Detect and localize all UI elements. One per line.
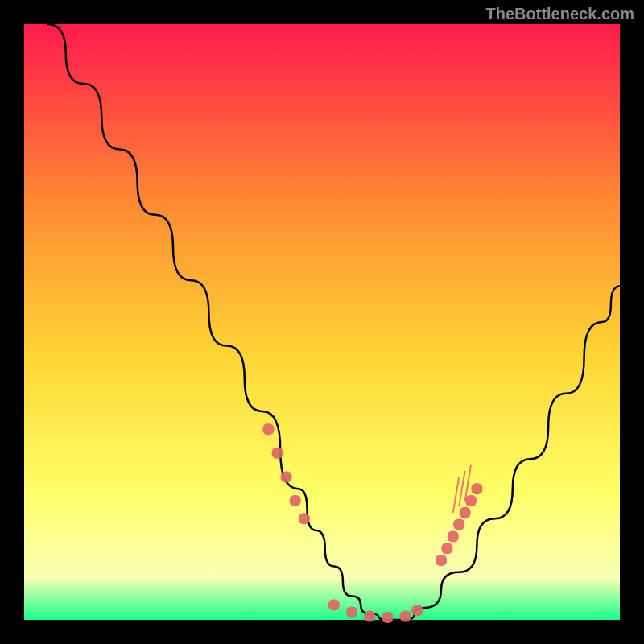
highlight-dots-bottom-point bbox=[364, 611, 375, 622]
highlight-dots-right-point bbox=[441, 543, 452, 554]
highlight-dots-right-point bbox=[453, 519, 464, 530]
highlight-dots-right-point bbox=[460, 507, 471, 518]
highlight-dots-right-point bbox=[471, 483, 482, 494]
highlight-dots-bottom-point bbox=[382, 612, 393, 623]
watermark-text: TheBottleneck.com bbox=[486, 5, 634, 23]
highlight-dots-bottom-point bbox=[328, 600, 340, 611]
highlight-dots-left-point bbox=[262, 423, 274, 435]
highlight-dots-right-point bbox=[448, 530, 459, 542]
highlight-dots-right-point bbox=[436, 555, 447, 566]
highlight-dots-left-point bbox=[272, 448, 283, 459]
highlight-dots-bottom-point bbox=[400, 611, 411, 622]
plot-area bbox=[24, 24, 620, 620]
highlight-dots-bottom-point bbox=[346, 606, 357, 617]
highlight-dots-right-point bbox=[465, 495, 477, 506]
highlight-dots-left-point bbox=[290, 495, 301, 506]
highlight-dots-left-point bbox=[299, 513, 310, 524]
highlight-dots-bottom-point bbox=[411, 605, 423, 616]
highlight-dots-left-point bbox=[281, 471, 292, 482]
chart-container: TheBottleneck.com bbox=[0, 0, 644, 644]
bottleneck-chart bbox=[0, 0, 644, 644]
